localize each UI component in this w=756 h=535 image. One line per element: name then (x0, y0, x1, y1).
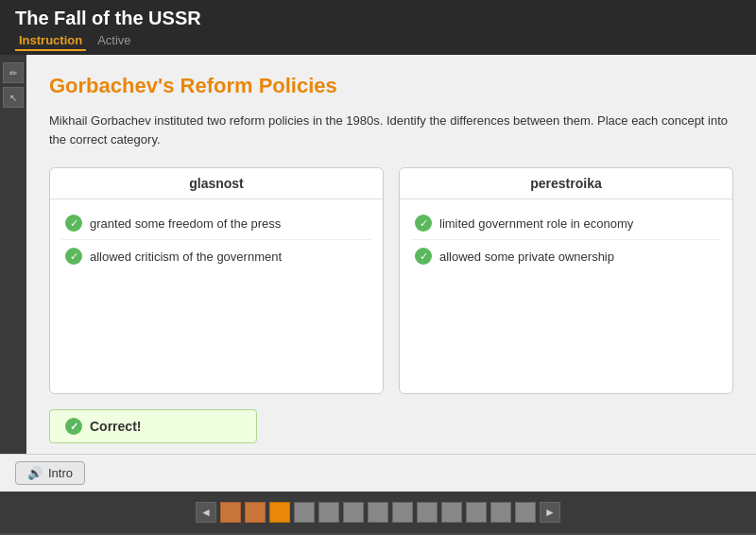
pagination: ◄ ► (0, 492, 756, 533)
correct-label: Correct! (90, 419, 141, 434)
pagination-dot-5[interactable] (318, 502, 339, 523)
categories-container: glasnost ✓ granted some freedom of the p… (49, 167, 733, 394)
item-label: limited government role in economy (439, 216, 633, 231)
correct-check-icon: ✓ (65, 418, 82, 435)
pagination-dot-7[interactable] (368, 502, 388, 523)
left-toolbar: ✏ ↖ (0, 55, 26, 454)
content-area: Gorbachev's Reform Policies Mikhail Gorb… (26, 55, 756, 454)
activity-title: Gorbachev's Reform Policies (49, 74, 733, 98)
item-label: allowed some private ownership (439, 250, 614, 264)
item-label: allowed criticism of the government (90, 250, 282, 264)
header: The Fall of the USSR Instruction Active (0, 0, 756, 55)
main-area: ✏ ↖ Gorbachev's Reform Policies Mikhail … (0, 55, 756, 454)
tab-instruction[interactable]: Instruction (15, 31, 86, 51)
toolbar-cursor-button[interactable]: ↖ (3, 87, 24, 108)
pagination-prev[interactable]: ◄ (196, 502, 216, 523)
tab-active[interactable]: Active (94, 31, 134, 51)
description: Mikhail Gorbachev instituted two reform … (49, 112, 733, 148)
category-perestroika: perestroika ✓ limited government role in… (399, 167, 733, 394)
pagination-dot-8[interactable] (392, 502, 413, 523)
pagination-dot-9[interactable] (417, 502, 438, 523)
category-glasnost-header: glasnost (50, 168, 383, 199)
pagination-dot-11[interactable] (466, 502, 487, 523)
correct-badge: ✓ Correct! (49, 409, 257, 443)
category-glasnost: glasnost ✓ granted some freedom of the p… (49, 167, 384, 394)
item-label: granted some freedom of the press (90, 216, 281, 231)
app-title: The Fall of the USSR (15, 8, 741, 29)
intro-label: Intro (48, 466, 73, 480)
list-item: ✓ allowed criticism of the government (61, 240, 371, 272)
check-icon: ✓ (415, 215, 432, 232)
pagination-dot-6[interactable] (343, 502, 364, 523)
pagination-dot-12[interactable] (490, 502, 511, 523)
list-item: ✓ limited government role in economy (411, 207, 721, 240)
category-perestroika-header: perestroika (400, 168, 732, 199)
toolbar-pencil-button[interactable]: ✏ (3, 62, 24, 83)
nav-tabs: Instruction Active (15, 31, 741, 51)
pagination-dot-13[interactable] (515, 502, 536, 523)
pagination-dot-4[interactable] (294, 502, 315, 523)
check-icon: ✓ (415, 248, 432, 265)
speaker-icon: 🔊 (27, 466, 43, 480)
pagination-dot-3[interactable] (269, 502, 290, 523)
pagination-dot-1[interactable] (220, 502, 241, 523)
list-item: ✓ granted some freedom of the press (61, 207, 371, 240)
list-item: ✓ allowed some private ownership (411, 240, 721, 272)
pagination-dot-2[interactable] (245, 502, 266, 523)
pagination-dot-10[interactable] (441, 502, 462, 523)
category-perestroika-items: ✓ limited government role in economy ✓ a… (400, 199, 732, 280)
intro-button[interactable]: 🔊 Intro (15, 461, 85, 485)
check-icon: ✓ (65, 248, 82, 265)
pagination-next[interactable]: ► (540, 502, 560, 523)
check-icon: ✓ (65, 215, 82, 232)
bottom-bar: 🔊 Intro (0, 454, 756, 492)
category-glasnost-items: ✓ granted some freedom of the press ✓ al… (50, 199, 383, 280)
